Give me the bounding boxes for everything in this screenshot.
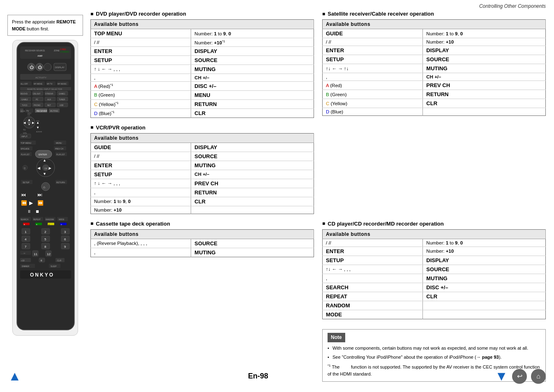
table-row: ↑ ↓ ← → , , , MUTING [91, 65, 314, 74]
table-row: ↑↓ ← → , , , SOURCE [323, 265, 546, 274]
svg-text:4: 4 [25, 238, 27, 241]
table-row: ENTER DISPLAY [91, 46, 314, 55]
svg-text:RECEIVER SOURCE: RECEIVER SOURCE [25, 49, 45, 52]
dvd-section-title: DVD player/DVD recorder operation [90, 11, 314, 17]
vcr-section: VCR/PVR operation Available buttons GUID… [90, 125, 314, 214]
table-row: A (Red)*1 DISC +/– [91, 81, 314, 90]
svg-text:GAME2: GAME2 [21, 99, 28, 101]
svg-text:▶: ▶ [48, 166, 51, 170]
function-label [423, 108, 546, 116]
button-label: ENTER [326, 47, 344, 53]
button-label: RANDOM [326, 302, 350, 309]
function-label: DISPLAY [194, 48, 217, 54]
function-label: Number: 1 to 9, 0 [423, 239, 546, 247]
svg-text:PREV CH: PREV CH [55, 148, 63, 150]
table-row: ENTER MUTING [91, 161, 314, 170]
function-label: DISPLAY [426, 257, 449, 263]
button-label: A (Red) [323, 81, 423, 90]
bottom-navigation: ▲ En-98 ▼ ↩ ⌂ [0, 369, 554, 384]
table-row: / // Number: +10 [323, 38, 546, 46]
dvd-table: Available buttons TOP MENU Number: 1 to … [90, 19, 314, 118]
note-list: With some components, certain buttons ma… [328, 345, 540, 361]
svg-text:AMF: AMF [37, 55, 43, 57]
vcr-table: Available buttons GUIDE DISPLAY / // SOU… [90, 133, 314, 214]
nav-left: ▲ [8, 369, 21, 384]
svg-text:3: 3 [64, 230, 66, 234]
button-label: , [323, 73, 423, 81]
arrow-up-icon[interactable]: ▲ [8, 369, 21, 383]
cassette-table-header: Available buttons [91, 229, 314, 239]
home-icon[interactable]: ⌂ [531, 369, 546, 384]
function-label: MENU [194, 92, 210, 98]
svg-text:TV/CD: TV/CD [22, 104, 28, 106]
svg-text:⏸: ⏸ [27, 209, 31, 214]
svg-text:REMOTE MODE / INPUT SELECTOR: REMOTE MODE / INPUT SELECTOR [27, 88, 62, 90]
svg-text:6: 6 [64, 238, 66, 241]
function-label: PREV CH [194, 180, 218, 187]
button-label: D (Blue) [323, 108, 423, 116]
svg-text:DISC: DISC [28, 112, 32, 114]
svg-text:TOP MENU: TOP MENU [21, 142, 32, 144]
svg-text:--- 10: --- 10 [21, 252, 25, 254]
svg-text:SEARCH: SEARCH [21, 219, 28, 221]
button-label: GUIDE [326, 30, 343, 37]
svg-text:CLR: CLR [57, 259, 61, 262]
cd-section: CD player/CD recorder/MD recorder operat… [322, 221, 546, 319]
table-row: , CH +/– [323, 73, 546, 81]
svg-text:ACTIVITY: ACTIVITY [35, 76, 46, 79]
svg-text:9: 9 [64, 245, 66, 249]
button-label: SETUP [94, 57, 112, 63]
table-row: Number: 1 to 9, 0 CLR [91, 197, 314, 206]
svg-text:11: 11 [34, 252, 37, 256]
svg-text:7: 7 [25, 245, 27, 249]
function-label: MUTING [194, 66, 215, 72]
back-icon[interactable]: ↩ [512, 369, 527, 384]
table-row: SETUP DISPLAY [323, 256, 546, 265]
svg-text:NET: NET [47, 104, 51, 106]
function-label: Number: +10 [423, 38, 546, 46]
button-label: , [91, 248, 191, 257]
function-label: MUTING [194, 162, 215, 168]
vcr-section-title: VCR/PVR operation [90, 125, 314, 131]
svg-point-63 [28, 121, 31, 124]
table-row: GUIDE DISPLAY [91, 143, 314, 152]
function-label: Number: 1 to 9, 0 [191, 29, 314, 38]
svg-text:CBL/SAT: CBL/SAT [33, 93, 41, 95]
arrow-down-icon[interactable]: ▼ [495, 369, 508, 384]
function-label: SOURCE [426, 266, 449, 272]
function-label: CLR [194, 110, 205, 116]
table-row: / // Number: +10*1 [91, 38, 314, 47]
svg-text:⏪: ⏪ [21, 200, 27, 206]
svg-text:⏭: ⏭ [37, 192, 42, 198]
table-row: / // Number: 1 to 9, 0 [323, 239, 546, 247]
vcr-table-header: Available buttons [91, 133, 314, 143]
right-panel: DVD player/DVD recorder operation Availa… [86, 11, 550, 382]
svg-text:⏮: ⏮ [21, 192, 26, 198]
button-label: TOP MENU [94, 30, 122, 37]
svg-text:PHONO: PHONO [34, 104, 41, 106]
button-label: , [91, 74, 191, 81]
svg-text:⏹: ⏹ [35, 209, 39, 214]
button-label: ENTER [94, 48, 112, 54]
table-row: ENTER Number: +10 [323, 247, 546, 256]
svg-text:ENTER: ENTER [39, 153, 47, 156]
button-label: ENTER [326, 248, 344, 254]
function-label: CLR [426, 293, 437, 300]
table-row: , MUTING [323, 274, 546, 283]
svg-text:RETURN: RETURN [56, 181, 65, 184]
dvd-table-header: Available buttons [91, 20, 314, 29]
function-label: CLR [194, 198, 205, 205]
svg-text:12: 12 [47, 252, 51, 256]
svg-text:⏩: ⏩ [37, 200, 44, 206]
table-row: ↑↓ ← → ↑↓ MUTING [323, 64, 546, 73]
svg-text:SP/GUIDE: SP/GUIDE [21, 148, 30, 150]
function-label: MUTING [194, 249, 215, 256]
dvd-section: DVD player/DVD recorder operation Availa… [90, 11, 314, 118]
header-title: Controlling Other Components [479, 3, 546, 9]
button-label: Number: 1 to 9, 0 [91, 197, 191, 206]
function-label: CH +/– [191, 74, 314, 81]
function-label: DISC +/– [194, 83, 216, 89]
cd-section-title: CD player/CD recorder/MD recorder operat… [322, 221, 546, 227]
svg-text:▲: ▲ [43, 158, 46, 162]
function-label [423, 310, 546, 319]
